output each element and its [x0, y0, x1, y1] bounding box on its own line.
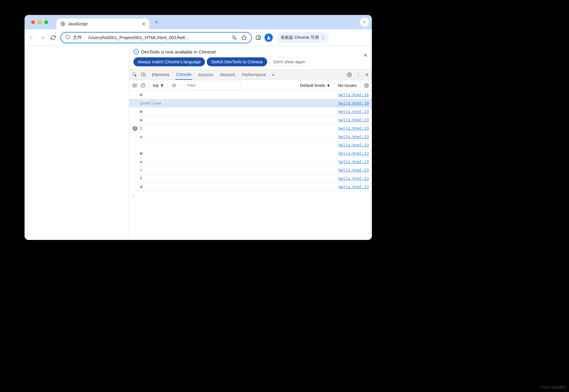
profile-avatar[interactable] [264, 33, 273, 42]
separator [168, 82, 168, 88]
devtools-panel: i DevTools is now available in Chinese! … [129, 46, 372, 240]
separator [180, 82, 181, 88]
svg-point-7 [268, 36, 269, 37]
tab-network[interactable]: Network [219, 70, 236, 79]
source-link[interactable]: hello.html:23 [338, 160, 369, 164]
dont-show-again-button[interactable]: Don't show again [269, 57, 310, 66]
console-message-row[interactable]: Hhello.html:23 [129, 108, 372, 116]
console-message-row[interactable]: ohello.html:23 [129, 133, 372, 141]
tab-console[interactable]: Console [175, 70, 192, 80]
message-text: H [140, 93, 142, 97]
maximize-window-button[interactable] [44, 20, 48, 24]
always-match-language-button[interactable]: Always match Chrome's language [133, 57, 205, 66]
forward-button[interactable] [39, 34, 46, 41]
svg-point-16 [174, 85, 175, 86]
console-message-row[interactable]: ehello.html:23 [129, 116, 372, 124]
svg-rect-10 [144, 74, 145, 76]
console-message-row[interactable]: lhello.html:23 [129, 174, 372, 183]
address-url: /Users/hsl/001_Project/001_HTML/html_001… [88, 35, 229, 40]
info-icon: i [133, 49, 139, 54]
console-message-row[interactable]: ohello.html:23 [129, 158, 372, 166]
content-area: i DevTools is now available in Chinese! … [25, 46, 372, 240]
info-icon[interactable] [65, 35, 70, 41]
message-text: undefined [140, 101, 161, 105]
browser-toolbar: 文件 /Users/hsl/001_Project/001_HTML/html_… [25, 29, 372, 46]
source-link[interactable]: hello.html:23 [338, 109, 369, 114]
log-levels-selector[interactable]: Default levels ▼ [300, 83, 331, 88]
address-scheme-label: 文件 [73, 35, 82, 40]
reload-button[interactable] [50, 34, 57, 41]
switch-devtools-chinese-button[interactable]: Switch DevTools to Chinese [207, 57, 267, 66]
message-text: e [140, 118, 142, 122]
console-toolbar: top ▼ Default levels ▼ No Issues [129, 80, 372, 91]
translate-icon[interactable] [232, 35, 237, 41]
console-filter-input[interactable] [184, 82, 241, 89]
source-link[interactable]: hello.html:23 [338, 118, 369, 122]
live-expression-icon[interactable] [171, 83, 177, 88]
source-link[interactable]: hello.html:19 [338, 101, 369, 105]
inspect-element-icon[interactable] [132, 72, 137, 77]
settings-gear-icon[interactable] [347, 72, 352, 77]
source-link[interactable]: hello.html:23 [338, 185, 369, 189]
update-chrome-button[interactable]: 有新版 Chrome 可用 ⋮ [276, 32, 329, 43]
watermark: CSDN @韩曙亮 [540, 385, 566, 390]
toggle-sidebar-icon[interactable] [132, 83, 137, 88]
tab-elements[interactable]: Elements [151, 70, 170, 79]
close-devtools-icon[interactable]: ✕ [365, 72, 369, 78]
more-tabs-icon[interactable]: » [272, 72, 275, 77]
source-link[interactable]: hello.html:23 [338, 143, 369, 147]
source-link[interactable]: hello.html:16 [338, 93, 369, 97]
console-message-row[interactable]: Hhello.html:16 [129, 91, 372, 99]
chevron-down-icon: ▼ [326, 83, 331, 88]
console-prompt[interactable]: › [129, 191, 372, 199]
address-bar[interactable]: 文件 /Users/hsl/001_Project/001_HTML/html_… [60, 32, 252, 43]
console-message-row[interactable]: Whello.html:23 [129, 149, 372, 158]
devtools-tab-bar: Elements Console Sources Network Perform… [129, 69, 372, 80]
issues-button[interactable]: No Issues [338, 83, 357, 88]
browser-tab[interactable]: JavaScript ✕ [57, 19, 149, 29]
tab-bar: JavaScript ✕ + [25, 15, 372, 29]
clear-console-icon[interactable] [141, 83, 145, 88]
message-text: o [140, 160, 142, 164]
context-selector[interactable]: top ▼ [153, 83, 164, 88]
devtools-language-notification: i DevTools is now available in Chinese! … [129, 46, 372, 69]
side-panel-icon[interactable] [255, 35, 261, 40]
kebab-icon[interactable]: ⋮ [356, 72, 361, 78]
message-text: W [140, 151, 142, 156]
console-message-row[interactable]: rhello.html:23 [129, 166, 372, 174]
back-button[interactable] [28, 34, 35, 41]
close-icon[interactable]: ✕ [363, 52, 368, 59]
tab-title: JavaScript [68, 22, 139, 26]
tab-overflow-button[interactable] [360, 18, 369, 27]
message-badge-slot: 2 [132, 126, 138, 131]
tab-performance[interactable]: Performance [241, 70, 266, 79]
close-tab-icon[interactable]: ✕ [142, 21, 146, 27]
device-toolbar-icon[interactable] [141, 72, 146, 77]
console-message-row[interactable]: 2lhello.html:23 [129, 124, 372, 133]
update-label: 有新版 Chrome 可用 [281, 35, 319, 40]
tab-sources[interactable]: Sources [197, 70, 214, 79]
bookmark-star-icon[interactable] [241, 35, 247, 41]
console-message-row[interactable]: hello.html:23 [129, 141, 372, 149]
source-link[interactable]: hello.html:23 [338, 176, 369, 181]
source-link[interactable]: hello.html:23 [338, 151, 369, 156]
separator [85, 35, 85, 40]
minimize-window-button[interactable] [38, 20, 42, 24]
separator [360, 82, 360, 88]
close-window-button[interactable] [31, 20, 35, 24]
message-text: d [140, 185, 142, 189]
message-text: H [140, 109, 142, 114]
console-message-row[interactable]: dhello.html:23 [129, 183, 372, 191]
separator [334, 82, 334, 88]
source-link[interactable]: hello.html:23 [338, 126, 369, 131]
new-tab-button[interactable]: + [152, 19, 161, 26]
source-link[interactable]: hello.html:23 [338, 134, 369, 139]
console-settings-gear-icon[interactable] [364, 83, 369, 88]
message-text: l [140, 126, 142, 131]
source-link[interactable]: hello.html:23 [338, 168, 369, 172]
traffic-lights [31, 20, 48, 24]
console-messages: Hhello.html:16undefinedhello.html:19Hhel… [129, 91, 372, 240]
console-message-row[interactable]: undefinedhello.html:19 [129, 99, 372, 108]
message-text: r [140, 168, 142, 172]
svg-rect-5 [256, 36, 260, 39]
